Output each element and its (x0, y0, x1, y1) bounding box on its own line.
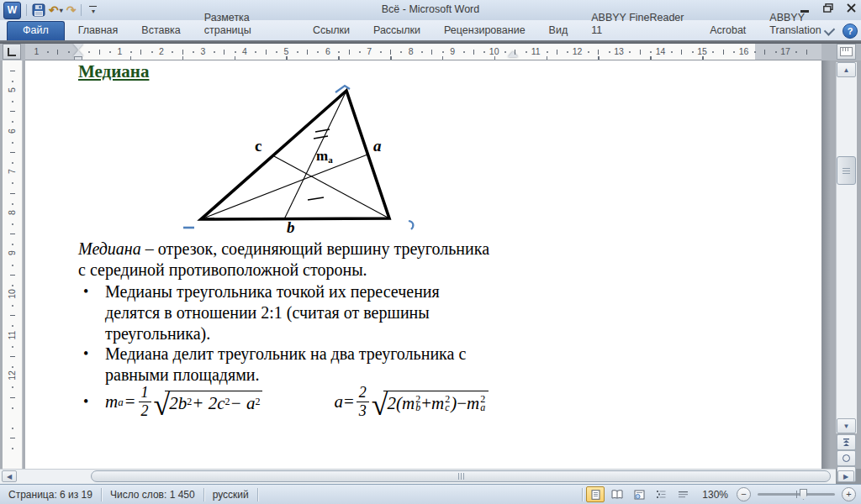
page-shadow (821, 60, 835, 469)
h-scrollbar-thumb[interactable] (91, 470, 831, 482)
ruler-mark (10, 193, 15, 194)
ruler-mark (47, 51, 49, 53)
ruler-mark: 2 (156, 46, 167, 56)
ruler-mark (10, 438, 15, 438)
zoom-out-button[interactable]: − (737, 487, 751, 501)
ruler-mark: 10 (489, 46, 500, 56)
ruler-mark (307, 50, 308, 55)
previous-page-button[interactable] (837, 434, 856, 450)
ruler-mark (266, 50, 267, 55)
ruler-mark (12, 101, 13, 102)
ruler-mark (795, 51, 797, 53)
v-ruler[interactable]: 56789101112 (3, 60, 23, 469)
expand-ribbon-icon[interactable] (824, 24, 835, 35)
tab-page-layout[interactable]: Разметка страницы (193, 8, 301, 40)
ruler-mark (754, 51, 756, 53)
tab-mailings[interactable]: Рассылки (362, 21, 432, 40)
zoom-slider-thumb[interactable] (800, 489, 807, 500)
scroll-down-button[interactable]: ▼ (837, 418, 856, 433)
radical-sign: √ (372, 392, 388, 417)
double-arrow-up-icon (843, 438, 850, 447)
web-layout-icon (634, 490, 645, 500)
v-scrollbar-thumb[interactable] (837, 156, 856, 185)
arrow-up-icon: ▲ (843, 66, 850, 74)
zoom-in-button[interactable]: + (842, 487, 856, 501)
ruler-mark (297, 51, 298, 53)
ruler-mark (10, 152, 15, 153)
outline-icon (656, 490, 667, 499)
scroll-up-button[interactable]: ▲ (837, 62, 856, 77)
ruler-mark (349, 50, 350, 55)
tab-insert[interactable]: Вставка (129, 21, 192, 40)
h-ruler[interactable]: 11234567891011121314151617 (25, 44, 821, 60)
ruler-mark: 16 (738, 46, 750, 56)
zoom-level[interactable]: 130% (702, 489, 728, 501)
ruler-mark (702, 56, 704, 60)
ruler-mark (12, 265, 13, 266)
ruler-mark (182, 56, 184, 60)
page-indicator[interactable]: Страница: 6 из 19 (0, 489, 101, 501)
v-scrollbar-track[interactable] (836, 62, 857, 433)
ruler-mark (235, 51, 236, 53)
ruler-mark (764, 50, 765, 55)
ruler-mark: 15 (696, 46, 708, 56)
ruler-mark (380, 51, 382, 53)
ruler-mark: 14 (655, 46, 667, 56)
ruler-mark: 3 (197, 46, 209, 56)
status-separator (257, 488, 258, 501)
word-count[interactable]: Число слов: 1 450 (102, 489, 203, 501)
first-line-indent-marker[interactable] (73, 44, 83, 50)
ruler-mark: 7 (7, 165, 17, 177)
tab-stop-selector[interactable] (3, 44, 21, 60)
ruler-mark: 1 (31, 46, 43, 56)
ruler-mark (609, 51, 610, 53)
tab-home[interactable]: Главная (66, 21, 130, 40)
full-screen-reading-button[interactable] (608, 486, 626, 502)
zoom-slider-track[interactable] (758, 493, 835, 496)
zoom-100-tick (796, 491, 797, 498)
ruler-mark (547, 51, 548, 53)
web-layout-button[interactable] (630, 486, 648, 502)
ruler-mark: 12 (7, 370, 17, 381)
tick-mark (308, 197, 324, 200)
tab-view[interactable]: Вид (537, 21, 580, 40)
draft-view-button[interactable] (673, 486, 692, 502)
tab-review[interactable]: Рецензирование (432, 21, 537, 40)
hanging-indent-marker[interactable] (73, 50, 83, 56)
ruler-mark: 7 (363, 46, 375, 56)
browse-object-icon (843, 454, 850, 462)
tab-references[interactable]: Ссылки (301, 21, 362, 40)
ruler-mark: 5 (280, 46, 292, 56)
ruler-mark: 8 (405, 46, 417, 56)
tab-file[interactable]: Файл (7, 21, 65, 40)
ruler-mark (547, 56, 548, 60)
right-indent-marker[interactable] (508, 51, 518, 57)
ruler-mark (10, 111, 15, 112)
ruler-mark (12, 285, 13, 286)
select-browse-object-button[interactable] (837, 450, 856, 466)
scroll-left-button[interactable]: ◀ (2, 470, 17, 482)
ruler-mark (723, 50, 724, 55)
doc-heading: Медиана (78, 61, 149, 82)
document-page[interactable]: Медиана c a ma b Медиана – отрезок, соед… (25, 60, 821, 469)
label-side-b: b (287, 218, 295, 236)
label-side-a: a (373, 137, 382, 155)
tab-acrobat[interactable]: Acrobat (698, 21, 758, 40)
scroll-right-button[interactable]: ▶ (837, 470, 854, 482)
label-median: ma (316, 148, 333, 165)
ruler-mark (10, 356, 15, 357)
tab-abbyy-finereader[interactable]: ABBYY FineReader 11 (579, 8, 698, 40)
print-layout-button[interactable] (586, 486, 605, 502)
title-bar: W ↶▾ ↷ ▾ Всё - Microsoft Word (0, 0, 861, 21)
bullet-item: • Медиана делит треугольник на два треуг… (83, 344, 466, 386)
ruler-mark: 5 (7, 84, 17, 96)
outline-view-button[interactable] (652, 486, 670, 502)
formula-a: a = 23 √ 2( m 2b + m 2c ) − m 2a (334, 385, 489, 420)
ruler-mark: 12 (572, 46, 584, 56)
ruler-mark (224, 50, 224, 55)
ruler-mark (276, 51, 277, 53)
view-ruler-button[interactable] (837, 44, 856, 60)
language-indicator[interactable]: русский (204, 489, 257, 501)
help-button[interactable]: ? (843, 24, 858, 39)
ruler-mark (130, 51, 132, 53)
